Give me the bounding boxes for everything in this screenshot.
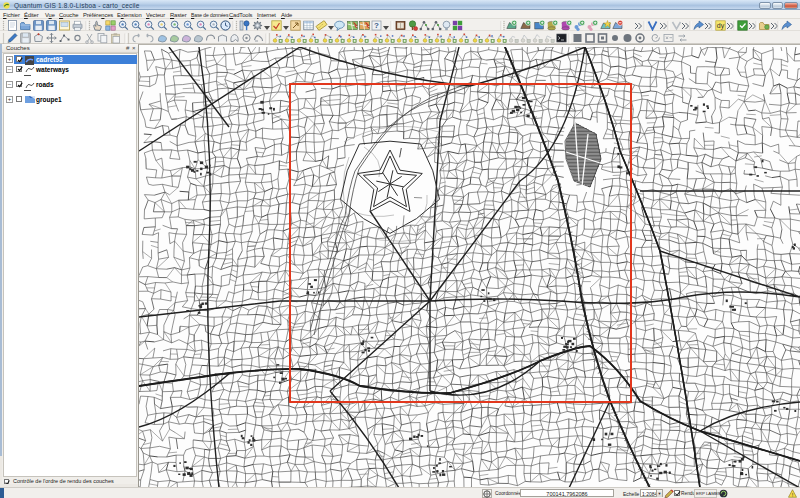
- svg-text:?: ?: [374, 21, 379, 30]
- svg-text:dy: dy: [717, 22, 725, 30]
